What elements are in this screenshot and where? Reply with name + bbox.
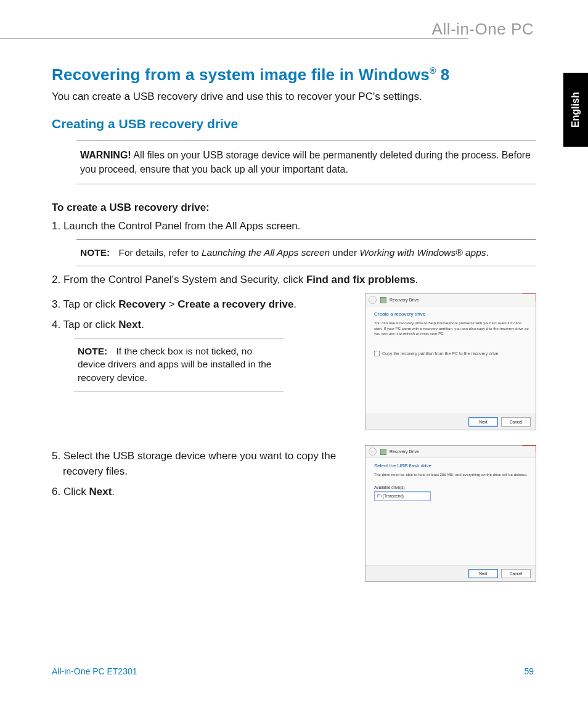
steps-5-6-row: 5. Select the USB storage device where y… <box>52 444 536 582</box>
step4-bold: Next <box>118 319 141 330</box>
dialog2-heading: Select the USB flash drive <box>374 463 529 469</box>
page-title: Recovering from a system image file in W… <box>52 65 536 84</box>
section-heading: Creating a USB recovery drive <box>52 117 536 131</box>
note2-lead: NOTE: <box>78 346 107 356</box>
warning-callout: WARNING! All files on your USB storage d… <box>76 140 536 184</box>
step6-bold: Next <box>89 486 112 497</box>
back-icon[interactable]: ← <box>369 296 377 304</box>
checkbox-icon <box>374 351 380 356</box>
dialog1-text: You can use a recovery drive to help tro… <box>374 321 529 336</box>
available-drives-label: Available drive(s) <box>374 485 529 489</box>
note-1: NOTE: For details, refer to Launching th… <box>76 239 536 266</box>
step4-pre: 4. Tap or click <box>52 319 118 330</box>
note1-pre: For details, refer to <box>119 247 202 258</box>
next-button-label: Next <box>479 420 487 424</box>
dialog1-titlebar: ← Recovery Drive <box>365 294 536 306</box>
next-button-label: Next <box>479 571 487 576</box>
note1-post: . <box>486 247 489 258</box>
dialog2-text: The drive must be able to hold at least … <box>374 472 529 477</box>
step-4: 4. Tap or click Next. <box>52 317 353 333</box>
step3-b2: Create a recovery drive <box>178 298 293 310</box>
note1-mid: under <box>330 247 359 258</box>
step3-post: . <box>293 298 296 310</box>
language-label: English <box>570 92 581 128</box>
step2-bold: Find and fix problems <box>306 274 415 285</box>
intro-paragraph: You can create a USB recovery drive and … <box>52 91 536 103</box>
step-6: 6. Click Next. <box>52 485 353 500</box>
note1-em1: Launching the All Apps screen <box>202 247 330 258</box>
recovery-drive-dialog-select: ✕ ← Recovery Drive Select the USB flash … <box>365 445 536 582</box>
recovery-drive-icon <box>380 297 386 303</box>
next-button[interactable]: Next <box>468 417 498 427</box>
step3-pre: 3. Tap or click <box>52 298 118 310</box>
step2-post: . <box>415 274 419 285</box>
cancel-button-label: Cancel <box>510 571 522 576</box>
steps-3-4-row: 3. Tap or click Recovery > Create a reco… <box>52 292 536 430</box>
step2-pre: 2. From the Control Panel's System and S… <box>52 274 306 285</box>
warning-lead: WARNING! <box>80 150 131 160</box>
cancel-button-label: Cancel <box>510 420 522 424</box>
step-5: 5. Select the USB storage device where y… <box>52 449 353 479</box>
brand-text: All-in-One PC <box>432 20 534 38</box>
footer-page-number: 59 <box>524 666 534 676</box>
note-2: NOTE: If the check box is not ticked, no… <box>74 338 284 391</box>
title-registered-icon: ® <box>430 66 436 76</box>
brand-mark: All-in-One PC <box>432 20 534 39</box>
title-version: 8 <box>436 65 449 84</box>
dialog2-title: Recovery Drive <box>390 449 419 454</box>
recovery-drive-icon <box>380 449 386 455</box>
step3-b1: Recovery <box>118 298 166 310</box>
language-tab: English <box>563 73 588 147</box>
dialog2-titlebar: ← Recovery Drive <box>365 446 536 458</box>
step-2: 2. From the Control Panel's System and S… <box>52 272 536 288</box>
recovery-drive-dialog-create: ✕ ← Recovery Drive Create a recovery dri… <box>365 293 536 430</box>
dialog1-heading: Create a recovery drive <box>374 311 529 317</box>
step-1: 1. Launch the Control Panel from the All… <box>52 219 536 234</box>
warning-body: All files on your USB storage device wil… <box>80 150 531 174</box>
dialog1-footer: Next Cancel <box>365 414 536 430</box>
cancel-button[interactable]: Cancel <box>501 417 531 427</box>
next-button[interactable]: Next <box>468 569 498 578</box>
cancel-button[interactable]: Cancel <box>501 569 531 578</box>
step4-post: . <box>141 319 144 330</box>
dialog1-title: Recovery Drive <box>390 298 419 302</box>
page-footer: All-in-One PC ET2301 59 <box>52 666 534 676</box>
note-lead: NOTE: <box>80 247 110 258</box>
footer-model: All-in-One PC ET2301 <box>52 666 137 676</box>
drive-list-item[interactable]: F:\ (Transcend) <box>374 491 431 501</box>
instruction-heading: To create a USB recovery drive: <box>52 202 536 214</box>
back-icon[interactable]: ← <box>369 448 377 456</box>
checkbox-label: Copy the recovery partition from the PC … <box>382 351 499 356</box>
step-3: 3. Tap or click Recovery > Create a reco… <box>52 297 353 313</box>
top-divider <box>0 38 468 39</box>
drive-list-item-label: F:\ (Transcend) <box>377 494 404 498</box>
step3-mid: > <box>166 298 178 310</box>
step6-pre: 6. Click <box>52 486 89 497</box>
copy-partition-checkbox[interactable]: Copy the recovery partition from the PC … <box>374 351 529 356</box>
note1-em2: Working with Windows® apps <box>359 247 486 258</box>
dialog2-footer: Next Cancel <box>365 565 536 581</box>
title-main: Recovering from a system image file in W… <box>52 65 430 84</box>
step6-post: . <box>112 486 115 497</box>
